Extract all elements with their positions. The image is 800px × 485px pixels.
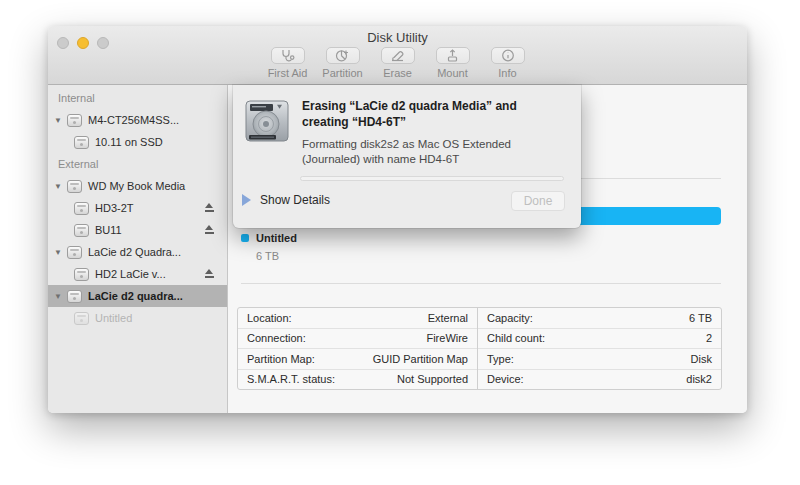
info-value: 6 TB	[689, 312, 712, 324]
content-divider	[241, 283, 721, 284]
sidebar: Internal ▼ M4-CT256M4SS... 10.11 on SSD …	[48, 85, 228, 413]
disk-icon	[67, 290, 82, 303]
sidebar-item-label: M4-CT256M4SS...	[88, 114, 179, 126]
erase-icon	[390, 49, 405, 62]
sidebar-item-bu11[interactable]: BU11	[48, 219, 227, 241]
sheet-title: Erasing “LaCie d2 quadra Media” and crea…	[302, 98, 566, 130]
info-table-right-column: Capacity: 6 TB Child count: 2 Type: Disk	[478, 308, 721, 389]
toolbar-label: First Aid	[268, 67, 308, 79]
titlebar: Disk Utility First Aid	[48, 26, 747, 85]
sidebar-item-10-11-on-ssd[interactable]: 10.11 on SSD	[48, 131, 227, 153]
mount-button[interactable]	[436, 47, 470, 64]
info-value: Not Supported	[397, 373, 468, 385]
info-row-child-count: Child count: 2	[478, 329, 721, 350]
info-button[interactable]	[491, 47, 525, 64]
info-row-smart-status: S.M.A.R.T. status: Not Supported	[238, 370, 477, 390]
sidebar-section-external: External	[48, 153, 227, 175]
info-value: Disk	[691, 353, 712, 365]
section-label: Internal	[58, 92, 95, 104]
section-label: External	[58, 158, 98, 170]
disk-utility-window: Disk Utility First Aid	[48, 26, 747, 413]
disclosure-right-icon[interactable]	[242, 194, 251, 206]
info-label: Child count:	[487, 332, 545, 344]
sidebar-item-label: HD3-2T	[95, 202, 134, 214]
disk-info-table: Location: External Connection: FireWire …	[237, 307, 722, 390]
sidebar-item-label: HD2 LaCie v...	[95, 268, 166, 280]
info-table-left-column: Location: External Connection: FireWire …	[238, 308, 478, 389]
volume-legend: Untitled 6 TB	[241, 232, 297, 262]
eject-icon[interactable]	[205, 269, 214, 278]
show-details-control[interactable]: Show Details	[242, 193, 330, 207]
info-row-location: Location: External	[238, 308, 477, 329]
sidebar-item-label: BU11	[95, 224, 122, 236]
sidebar-item-label: WD My Book Media	[88, 180, 185, 192]
disclosure-triangle-icon[interactable]: ▼	[48, 292, 67, 301]
progress-bar	[300, 176, 564, 181]
legend-swatch-icon	[241, 234, 249, 242]
info-row-connection: Connection: FireWire	[238, 329, 477, 350]
info-row-partition-map: Partition Map: GUID Partition Map	[238, 349, 477, 370]
sidebar-item-m4-ct256m4ss[interactable]: ▼ M4-CT256M4SS...	[48, 109, 227, 131]
volume-size: 6 TB	[256, 250, 297, 262]
volume-icon	[74, 136, 89, 149]
toolbar-label: Partition	[322, 67, 362, 79]
sheet-text-block: Erasing “LaCie d2 quadra Media” and crea…	[302, 98, 566, 167]
sidebar-section-internal: Internal	[48, 87, 227, 109]
sidebar-item-wd-my-book-media[interactable]: ▼ WD My Book Media	[48, 175, 227, 197]
info-label: Partition Map:	[247, 353, 315, 365]
volume-icon	[74, 202, 89, 215]
hard-drive-icon	[244, 98, 290, 148]
sidebar-item-lacie-d2-quadra-1[interactable]: ▼ LaCie d2 Quadra...	[48, 241, 227, 263]
erase-progress-sheet: Erasing “LaCie d2 quadra Media” and crea…	[233, 85, 581, 228]
sheet-message: Formatting disk2s2 as Mac OS Extended (J…	[302, 137, 566, 167]
done-button[interactable]: Done	[511, 191, 565, 211]
disclosure-triangle-icon[interactable]: ▼	[48, 248, 67, 257]
first-aid-button[interactable]	[271, 47, 305, 64]
partition-icon	[335, 49, 350, 62]
disk-icon	[67, 180, 82, 193]
volume-icon	[74, 224, 89, 237]
toolbar-item-erase: Erase	[375, 47, 421, 79]
disclosure-triangle-icon[interactable]: ▼	[48, 116, 67, 125]
erase-button[interactable]	[381, 47, 415, 64]
toolbar-item-mount: Mount	[430, 47, 476, 79]
info-value: 2	[706, 332, 712, 344]
window-title: Disk Utility	[48, 30, 747, 45]
info-row-type: Type: Disk	[478, 349, 721, 370]
partition-button[interactable]	[326, 47, 360, 64]
desktop: Disk Utility First Aid	[0, 0, 800, 485]
info-row-device: Device: disk2	[478, 370, 721, 390]
info-row-capacity: Capacity: 6 TB	[478, 308, 721, 329]
info-value: GUID Partition Map	[373, 353, 468, 365]
info-value: disk2	[686, 373, 712, 385]
disk-icon	[67, 246, 82, 259]
toolbar-item-first-aid: First Aid	[265, 47, 311, 79]
sidebar-item-untitled[interactable]: Untitled	[48, 307, 227, 329]
info-label: S.M.A.R.T. status:	[247, 373, 335, 385]
volume-name: Untitled	[256, 232, 297, 244]
info-label: Connection:	[247, 332, 306, 344]
eject-icon[interactable]	[205, 225, 214, 234]
info-label: Device:	[487, 373, 524, 385]
toolbar-label: Info	[498, 67, 516, 79]
toolbar-item-info: Info	[485, 47, 531, 79]
sidebar-item-label: 10.11 on SSD	[95, 136, 163, 148]
disclosure-triangle-icon[interactable]: ▼	[48, 182, 67, 191]
toolbar: First Aid Partition	[48, 47, 747, 79]
info-label: Location:	[247, 312, 292, 324]
info-value: External	[428, 312, 468, 324]
sidebar-item-hd3-2t[interactable]: HD3-2T	[48, 197, 227, 219]
mount-icon	[445, 49, 460, 62]
eject-icon[interactable]	[205, 203, 214, 212]
sidebar-item-label: LaCie d2 Quadra...	[88, 246, 181, 258]
sidebar-item-label: LaCie d2 quadra...	[88, 290, 183, 302]
sidebar-item-label: Untitled	[95, 312, 132, 324]
toolbar-label: Erase	[383, 67, 412, 79]
info-icon	[501, 49, 515, 62]
toolbar-label: Mount	[437, 67, 468, 79]
disk-icon	[67, 114, 82, 127]
sidebar-item-hd2-lacie[interactable]: HD2 LaCie v...	[48, 263, 227, 285]
sidebar-item-lacie-d2-quadra-2-selected[interactable]: ▼ LaCie d2 quadra...	[48, 285, 227, 307]
volume-icon	[74, 312, 89, 325]
toolbar-item-partition: Partition	[320, 47, 366, 79]
